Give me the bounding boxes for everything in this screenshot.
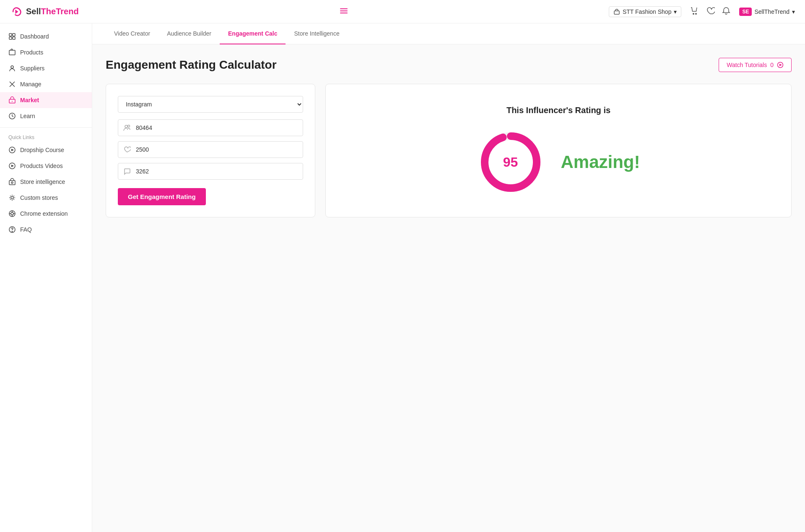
market-icon bbox=[8, 96, 16, 104]
sidebar-label-market: Market bbox=[20, 97, 39, 103]
sub-nav: Video Creator Audience Builder Engagemen… bbox=[92, 23, 805, 44]
custom-stores-icon bbox=[8, 194, 16, 201]
sidebar-item-dropship-course[interactable]: Dropship Course bbox=[0, 142, 92, 158]
svg-point-11 bbox=[11, 66, 13, 68]
svg-point-5 bbox=[696, 13, 696, 14]
user-name: SellTheTrend bbox=[754, 8, 789, 15]
sidebar-label-dashboard: Dashboard bbox=[20, 33, 49, 40]
user-dropdown-icon: ▾ bbox=[792, 8, 795, 15]
tab-store-intelligence[interactable]: Store Intelligence bbox=[286, 23, 348, 44]
sidebar-item-learn[interactable]: Learn bbox=[0, 108, 92, 124]
followers-field[interactable] bbox=[136, 120, 303, 135]
sidebar-item-chrome-extension[interactable]: Chrome extension bbox=[0, 206, 92, 222]
sidebar-label-manage: Manage bbox=[20, 81, 42, 88]
svg-rect-18 bbox=[9, 181, 15, 185]
suppliers-icon bbox=[8, 65, 16, 72]
comments-icon bbox=[118, 163, 136, 179]
tab-audience-builder[interactable]: Audience Builder bbox=[158, 23, 220, 44]
logo-the: The bbox=[41, 7, 56, 16]
tab-video-creator[interactable]: Video Creator bbox=[106, 23, 158, 44]
svg-point-4 bbox=[693, 13, 694, 14]
sidebar-label-faq: FAQ bbox=[20, 226, 32, 233]
header-icons bbox=[690, 6, 731, 17]
svg-rect-2 bbox=[340, 13, 348, 13]
logo-trend: Trend bbox=[56, 7, 78, 16]
svg-point-27 bbox=[125, 125, 127, 128]
form-card: Instagram YouTube TikTok Twitter bbox=[106, 84, 315, 217]
sidebar-label-products: Products bbox=[20, 49, 43, 56]
cart-icon[interactable] bbox=[690, 6, 699, 17]
sidebar-label-learn: Learn bbox=[20, 113, 35, 119]
svg-point-24 bbox=[12, 231, 12, 232]
followers-icon bbox=[118, 120, 136, 136]
sidebar-item-products[interactable]: Products bbox=[0, 44, 92, 60]
chrome-extension-icon bbox=[8, 210, 16, 217]
svg-marker-17 bbox=[11, 165, 14, 167]
page-content: Engagement Rating Calculator Watch Tutor… bbox=[92, 44, 805, 532]
sidebar-item-market[interactable]: Market bbox=[0, 92, 92, 108]
dashboard-icon bbox=[8, 33, 16, 40]
sidebar-item-suppliers[interactable]: Suppliers bbox=[0, 60, 92, 76]
page-header: Engagement Rating Calculator Watch Tutor… bbox=[106, 58, 792, 72]
top-header: SellTheTrend STT Fashion Shop ▾ bbox=[0, 0, 805, 23]
user-menu[interactable]: SE SellTheTrend ▾ bbox=[739, 8, 795, 16]
sidebar-item-custom-stores[interactable]: Custom stores bbox=[0, 190, 92, 206]
result-card: This Influencer's Rating is 95 Amazing! bbox=[325, 84, 792, 217]
svg-marker-26 bbox=[779, 64, 782, 66]
comments-field[interactable] bbox=[136, 164, 303, 179]
sidebar-item-dashboard[interactable]: Dashboard bbox=[0, 28, 92, 44]
shop-selector[interactable]: STT Fashion Shop ▾ bbox=[609, 6, 681, 17]
shop-dropdown-icon: ▾ bbox=[674, 8, 677, 15]
sidebar-label-chrome-extension: Chrome extension bbox=[20, 210, 68, 217]
logo[interactable]: SellTheTrend bbox=[10, 5, 79, 18]
svg-rect-10 bbox=[9, 50, 15, 55]
sidebar-item-manage[interactable]: Manage bbox=[0, 76, 92, 92]
svg-point-22 bbox=[11, 212, 13, 215]
svg-rect-7 bbox=[13, 34, 15, 36]
rating-label: Amazing! bbox=[561, 152, 640, 172]
sidebar-label-products-videos: Products Videos bbox=[20, 163, 63, 169]
platform-select[interactable]: Instagram YouTube TikTok Twitter bbox=[118, 96, 303, 113]
rating-display: 95 Amazing! bbox=[477, 129, 640, 196]
sidebar-item-store-intelligence[interactable]: Store intelligence bbox=[0, 174, 92, 190]
svg-point-28 bbox=[128, 125, 130, 127]
likes-icon bbox=[118, 142, 136, 158]
svg-point-20 bbox=[11, 196, 13, 199]
wishlist-icon[interactable] bbox=[706, 6, 715, 17]
tab-engagement-calc[interactable]: Engagement Calc bbox=[220, 23, 286, 44]
sidebar: Dashboard Products Suppliers Manage bbox=[0, 23, 92, 532]
score-value: 95 bbox=[503, 155, 518, 170]
donut-chart: 95 bbox=[477, 129, 544, 196]
likes-input-group bbox=[118, 141, 303, 158]
sidebar-item-products-videos[interactable]: Products Videos bbox=[0, 158, 92, 174]
hamburger-icon[interactable] bbox=[339, 6, 348, 17]
rating-title: This Influencer's Rating is bbox=[506, 106, 610, 115]
page-title: Engagement Rating Calculator bbox=[106, 58, 277, 72]
svg-rect-3 bbox=[614, 11, 619, 14]
watch-tutorials-button[interactable]: Watch Tutorials 0 bbox=[719, 58, 792, 72]
sidebar-label-suppliers: Suppliers bbox=[20, 65, 44, 72]
svg-marker-15 bbox=[11, 149, 14, 151]
get-rating-button[interactable]: Get Engagment Rating bbox=[118, 188, 206, 205]
header-right: STT Fashion Shop ▾ bbox=[609, 6, 795, 17]
user-avatar: SE bbox=[739, 8, 752, 16]
svg-rect-9 bbox=[13, 37, 15, 39]
learn-icon bbox=[8, 112, 16, 120]
followers-input-group bbox=[118, 119, 303, 136]
play-circle-icon bbox=[777, 62, 784, 68]
sidebar-item-faq[interactable]: FAQ bbox=[0, 222, 92, 238]
svg-point-19 bbox=[11, 182, 13, 183]
sidebar-label-store-intelligence: Store intelligence bbox=[20, 178, 65, 185]
products-icon bbox=[8, 49, 16, 56]
sidebar-label-dropship-course: Dropship Course bbox=[20, 147, 64, 153]
quick-links-label: Quick Links bbox=[0, 131, 92, 142]
manage-icon bbox=[8, 80, 16, 88]
content-area: Video Creator Audience Builder Engagemen… bbox=[92, 23, 805, 532]
main-layout: Dashboard Products Suppliers Manage bbox=[0, 23, 805, 532]
likes-field[interactable] bbox=[136, 142, 303, 157]
store-intelligence-icon bbox=[8, 178, 16, 186]
svg-rect-0 bbox=[340, 8, 348, 9]
shop-name: STT Fashion Shop bbox=[623, 8, 671, 15]
comments-input-group bbox=[118, 163, 303, 180]
notification-icon[interactable] bbox=[722, 6, 731, 17]
